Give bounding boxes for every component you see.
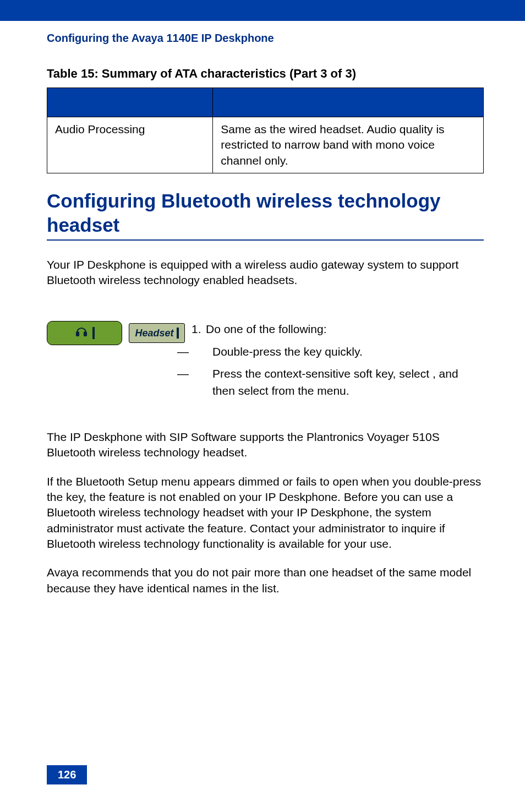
paragraph-2: The IP Deskphone with SIP Software suppo… xyxy=(47,429,484,461)
intro-paragraph: Your IP Deskphone is equipped with a wir… xyxy=(47,257,484,288)
content-area: Configuring the Avaya 1140E IP Deskphone… xyxy=(0,21,525,596)
step-a-text-post: key quickly. xyxy=(304,345,363,358)
step-a-text-pre: Double-press the xyxy=(212,345,304,358)
dash-icon: — xyxy=(195,366,212,382)
table-header-cell xyxy=(47,88,213,117)
running-header: Configuring the Avaya 1140E IP Deskphone xyxy=(47,32,484,45)
summary-table: Audio Processing Same as the wired heads… xyxy=(47,88,484,173)
step-block: Headset 1.Do one of the following: —Doub… xyxy=(47,321,484,399)
svg-rect-1 xyxy=(84,332,86,336)
section-heading: Configuring Bluetooth wireless technolog… xyxy=(47,189,484,241)
table-header-row xyxy=(47,88,484,117)
softkey-label: Headset xyxy=(135,328,173,339)
table-header-cell xyxy=(213,88,484,117)
para4-pre: Avaya recommends that you do not pair mo… xyxy=(47,566,471,594)
top-bar xyxy=(0,0,525,21)
table-cell-feature: Audio Processing xyxy=(47,117,213,173)
step-b-text-pre: Press the xyxy=(212,367,265,380)
step-lead: Do one of the following: xyxy=(206,323,326,335)
dash-icon: — xyxy=(195,344,212,360)
para4-post: list. xyxy=(262,582,280,595)
paragraph-4: Avaya recommends that you do not pair mo… xyxy=(47,565,484,596)
headset-hard-key xyxy=(47,321,122,345)
table-row: Audio Processing Same as the wired heads… xyxy=(47,117,484,173)
step-option-b: —Press the context-sensitive soft key, s… xyxy=(192,366,484,399)
step-text: 1.Do one of the following: —Double-press… xyxy=(192,321,484,399)
headset-soft-key: Headset xyxy=(129,323,185,343)
step-b-text-post: from the menu. xyxy=(271,384,349,397)
headset-icon xyxy=(75,325,88,341)
step-option-a: —Double-press the key quickly. xyxy=(192,344,484,360)
table-caption: Table 15: Summary of ATA characteristics… xyxy=(47,67,484,81)
key-indicator-bar xyxy=(92,327,95,339)
softkey-indicator-bar xyxy=(177,328,179,339)
step-number: 1. xyxy=(192,321,206,337)
para3-post: key, the feature is not enabled on your … xyxy=(47,491,453,550)
step-b-text-mid1: context-sensitive soft key, select xyxy=(265,367,433,380)
paragraph-3: If the Bluetooth Setup menu appears dimm… xyxy=(47,474,484,552)
table-cell-description: Same as the wired headset. Audio quality… xyxy=(213,117,484,173)
page-number: 126 xyxy=(47,765,87,784)
svg-rect-0 xyxy=(76,332,79,336)
